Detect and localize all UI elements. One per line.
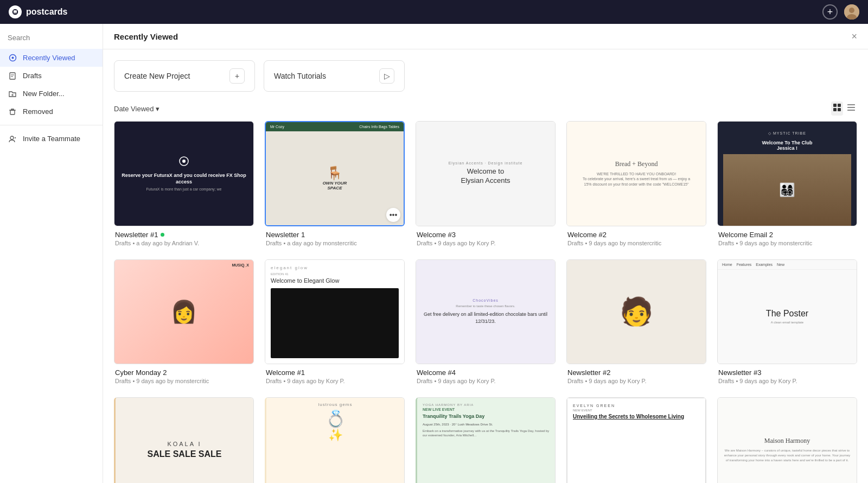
- thumbnail-desc: Embark on a transformative journey with …: [423, 429, 550, 438]
- thumbnail-image: 🧑: [620, 296, 653, 327]
- project-card[interactable]: HomeFeaturesExamplesNew The Poster A cle…: [717, 259, 857, 387]
- tagline-text: OWN YOURSPACE: [323, 181, 347, 190]
- project-meta: Drafts • 9 days ago by Kory P.: [567, 378, 705, 384]
- date-filter-label: Date Viewed: [114, 105, 154, 113]
- new-folder-icon: [8, 90, 17, 98]
- project-card[interactable]: Maison Harmony We are Maison Harmony – c…: [717, 397, 857, 483]
- sidebar-item-label: New Folder...: [23, 90, 65, 98]
- thumbnail-brand: Elysian Accents · Design institute: [449, 161, 523, 165]
- thumbnail-date: August 25th, 2023 · 20° Lush Meadows Dri…: [423, 422, 550, 427]
- thumbnail-title: Welcome to Elegant Glow: [271, 277, 399, 284]
- app-name: postcards: [26, 7, 67, 17]
- project-meta: Drafts • 9 days ago by Kory P.: [417, 240, 554, 246]
- search-input[interactable]: [8, 34, 95, 42]
- thumbnail-event: NEW EVENT: [573, 409, 700, 412]
- watch-tutorials-card[interactable]: Watch Tutorials ▷: [264, 60, 405, 92]
- sidebar-item-removed[interactable]: Removed: [0, 103, 103, 120]
- thumbnail-title: Welcome toElysian Accents: [461, 167, 510, 186]
- watch-tutorials-label: Watch Tutorials: [274, 72, 326, 80]
- svg-rect-24: [847, 110, 855, 111]
- list-view-button[interactable]: [845, 101, 857, 116]
- thumbnail-brand: KOALA I: [167, 441, 201, 447]
- svg-rect-18: [833, 104, 837, 107]
- project-meta: Drafts • 9 days ago by monstercritic: [115, 378, 253, 384]
- project-card[interactable]: ◇ MYSTIC TRIBE Welcome To The ClubJessic…: [717, 121, 857, 249]
- more-options-button[interactable]: •••: [386, 208, 400, 222]
- project-info: Newsletter #1 Drafts • a day ago by Andr…: [114, 226, 254, 249]
- chair-emoji: 🪑: [327, 166, 343, 181]
- project-meta: Drafts • 9 days ago by monstercritic: [567, 240, 705, 246]
- project-name: Welcome #2: [567, 231, 705, 239]
- topbar-actions: +: [822, 4, 859, 20]
- add-button[interactable]: +: [822, 4, 838, 20]
- project-card[interactable]: YOGA HARMONY BY ARIA NEW LIVE EVENT Tran…: [416, 397, 556, 483]
- project-info: Welcome #1 Drafts • 9 days ago by Kory P…: [265, 364, 405, 386]
- thumbnail-image: 💍: [326, 409, 346, 428]
- project-card[interactable]: EVELYN GREEN NEW EVENT Unveiling the Sec…: [566, 397, 706, 483]
- thumbnail-brand: EVELYN GREEN: [573, 404, 700, 408]
- create-new-project-card[interactable]: Create New Project +: [114, 60, 255, 92]
- sidebar-item-invite[interactable]: Invite a Teammate: [0, 130, 103, 148]
- thumbnail-brand: lustrous gems: [318, 402, 353, 407]
- project-meta: Drafts • 9 days ago by Kory P.: [417, 378, 554, 384]
- project-name: Newsletter #2: [567, 368, 705, 377]
- thumbnail-subtext: FuturaX is more than just a car company;…: [146, 187, 222, 191]
- project-card[interactable]: ChocoVibes Remember to taste these chose…: [416, 259, 556, 387]
- sidebar-item-new-folder[interactable]: New Folder...: [0, 85, 103, 103]
- project-name: Newsletter #3: [718, 368, 856, 377]
- projects-scroll[interactable]: Reserve your FuturaX and you could recei…: [103, 121, 868, 483]
- project-card[interactable]: Bread + Beyond WE'RE THRILLED TO HAVE YO…: [566, 121, 706, 249]
- thumbnail-image2: ✨: [328, 428, 343, 442]
- play-icon: ▷: [379, 68, 394, 84]
- project-card[interactable]: Mr CozyChairs Info Bags Tables 🪑 OWN YOU…: [265, 121, 405, 249]
- thumbnail-text: Reserve your FuturaX and you could recei…: [120, 173, 248, 185]
- content-area: Recently Viewed × Create New Project + W…: [103, 24, 868, 483]
- poster-sub: A clean email template: [771, 321, 803, 324]
- avatar[interactable]: [844, 4, 859, 20]
- project-card[interactable]: MUSIQ_X 👩 Cyber Monday 2 Drafts • 9 days…: [114, 259, 254, 387]
- thumbnail-nav: HomeFeaturesExamplesNew: [718, 260, 857, 270]
- project-card[interactable]: KOALA I SALE SALE SALE Newsletter #4 Dra…: [114, 397, 254, 483]
- project-info: Cyber Monday 2 Drafts • 9 days ago by mo…: [114, 364, 254, 386]
- app-logo[interactable]: postcards: [9, 5, 67, 18]
- sidebar-item-recently-viewed[interactable]: Recently Viewed: [0, 49, 103, 67]
- chevron-down-icon: ▾: [156, 105, 159, 113]
- thumbnail-icon: [178, 156, 189, 169]
- recently-viewed-icon: [8, 54, 17, 62]
- svg-rect-8: [10, 73, 15, 79]
- projects-grid: Reserve your FuturaX and you could recei…: [114, 121, 857, 483]
- svg-point-26: [182, 160, 186, 163]
- thumbnail-text: Get free delivery on all limited-edition…: [422, 311, 550, 325]
- create-new-project-label: Create New Project: [124, 72, 190, 80]
- sidebar-item-drafts[interactable]: Drafts: [0, 67, 103, 85]
- project-card[interactable]: 🧑 Newsletter #2 Drafts • 9 days ago by K…: [566, 259, 706, 387]
- project-card[interactable]: Elysian Accents · Design institute Welco…: [416, 121, 556, 249]
- thumbnail-logo: ◇ MYSTIC TRIBE: [768, 127, 806, 137]
- project-info: Welcome #2 Drafts • 9 days ago by monste…: [566, 226, 706, 249]
- invite-icon: [8, 135, 17, 143]
- thumbnail-sale: SALE SALE SALE: [148, 449, 222, 459]
- thumbnail-text: We are Maison Harmony – curators of uniq…: [723, 448, 851, 463]
- grid-view-button[interactable]: [831, 101, 843, 116]
- date-filter[interactable]: Date Viewed ▾: [114, 105, 159, 113]
- thumbnail-title: Unveiling the Secrets to Wholesome Livin…: [573, 413, 700, 420]
- thumbnail-brand: ChocoVibes: [473, 298, 499, 302]
- thumbnail-brand: MUSIQ_X: [232, 263, 249, 267]
- thumbnail-subtext: WE'RE THRILLED TO HAVE YOU ONBOARD!To ce…: [583, 171, 690, 187]
- project-card[interactable]: elegant glow EDITION 41 Welcome to Elega…: [265, 259, 405, 387]
- project-meta: Drafts • 9 days ago by monstercritic: [718, 240, 856, 246]
- svg-rect-19: [838, 104, 841, 107]
- close-button[interactable]: ×: [851, 31, 857, 41]
- thumbnail-event: NEW LIVE EVENT: [423, 408, 550, 411]
- topbar: postcards +: [0, 0, 868, 24]
- sidebar-item-label: Removed: [23, 107, 53, 116]
- thumbnail-welcome: Welcome To The ClubJessica !: [758, 140, 815, 151]
- thumbnail-body: The Poster A clean email template: [718, 270, 857, 364]
- svg-rect-13: [10, 110, 15, 115]
- logo-icon: [9, 5, 22, 18]
- project-name: Cyber Monday 2: [115, 368, 253, 377]
- project-card[interactable]: lustrous gems 💍 ✨ Newsletter #5 Drafts •…: [265, 397, 405, 483]
- project-card[interactable]: Reserve your FuturaX and you could recei…: [114, 121, 254, 249]
- view-toggle: [831, 101, 857, 116]
- thumbnail-brand: Bread + Beyond: [615, 160, 658, 168]
